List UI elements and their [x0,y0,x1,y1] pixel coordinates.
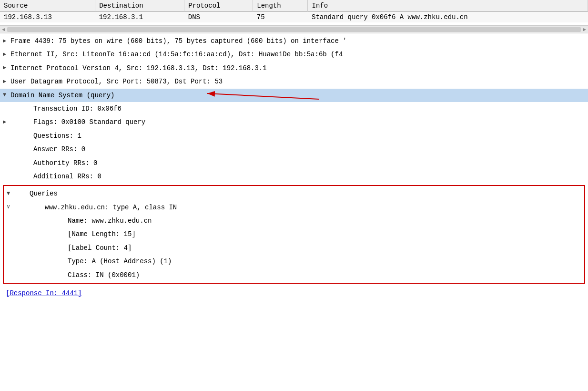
udp-text: User Datagram Protocol, Src Port: 50873,… [10,76,223,87]
name-field-row[interactable]: Name: www.zhku.edu.cn [4,214,584,227]
cell-info [308,22,588,26]
query-entry-row[interactable]: ∨ www.zhku.edu.cn: type A, class IN [4,201,584,214]
ip-row[interactable]: ▶ Internet Protocol Version 4, Src: 192.… [0,62,588,75]
ethernet-text: Ethernet II, Src: LiteonTe_16:aa:cd (14:… [10,49,343,60]
expand-icon[interactable]: ▶ [3,37,10,46]
frame-row[interactable]: ▶ Frame 4439: 75 bytes on wire (600 bits… [0,34,588,48]
col-header-length[interactable]: Length [253,0,308,12]
col-header-protocol[interactable]: Protocol [184,0,253,12]
cell-protocol [184,22,253,26]
label-count-row[interactable]: [Label Count: 4] [4,241,584,255]
transaction-id-row[interactable]: Transaction ID: 0x06f6 [0,102,588,115]
flags-text: Flags: 0x0100 Standard query [33,117,145,127]
ethernet-row[interactable]: ▶ Ethernet II, Src: LiteonTe_16:aa:cd (1… [0,48,588,61]
udp-row[interactable]: ▶ User Datagram Protocol, Src Port: 5087… [0,75,588,88]
questions-row[interactable]: Questions: 1 [0,129,588,143]
class-field-row[interactable]: Class: IN (0x0001) [4,268,584,282]
cell-length: 75 [253,12,308,23]
flags-row[interactable]: ▶ Flags: 0x0100 Standard query [0,115,588,129]
detail-panel: ▶ Frame 4439: 75 bytes on wire (600 bits… [0,33,588,302]
collapse-icon[interactable]: ▼ [7,189,14,198]
dns-text: Domain Name System (query) [10,90,114,101]
label-count-text: [Label Count: 4] [68,243,132,253]
frame-text: Frame 4439: 75 bytes on wire (600 bits),… [10,36,347,46]
queries-label-row[interactable]: ▼ Queries [4,187,584,200]
table-row[interactable]: 192.168.3.13 192.168.3.1 DNS 75 Standard… [0,12,588,23]
col-header-destination[interactable]: Destination [95,0,184,12]
cell-source [0,22,95,26]
type-field-row[interactable]: Type: A (Host Address) (1) [4,255,584,268]
cell-info: Standard query 0x06f6 A www.zhku.edu.cn [308,12,588,23]
response-in-row: [Response In: 4441] [0,286,588,301]
cell-protocol: DNS [184,12,253,23]
queries-label-text: Queries [30,188,58,199]
queries-box: ▼ Queries ∨ www.zhku.edu.cn: type A, cla… [3,185,585,284]
dns-row[interactable]: ▼ Domain Name System (query) [0,89,588,102]
authority-rrs-row[interactable]: Authority RRs: 0 [0,156,588,170]
answer-rrs-row[interactable]: Answer RRs: 0 [0,143,588,156]
collapse-icon[interactable]: ∨ [7,203,14,212]
response-in-link[interactable]: [Response In: 4441] [3,288,85,299]
additional-rrs-text: Additional RRs: 0 [33,171,101,182]
name-field-text: Name: www.zhku.edu.cn [68,216,152,226]
type-field-text: Type: A (Host Address) (1) [68,256,172,267]
expand-icon[interactable]: ▶ [3,118,10,127]
packet-table: Source Destination Protocol Length Info … [0,0,588,26]
additional-rrs-row[interactable]: Additional RRs: 0 [0,170,588,183]
ip-text: Internet Protocol Version 4, Src: 192.16… [10,63,267,73]
expand-icon[interactable]: ▶ [3,63,10,72]
col-header-source[interactable]: Source [0,0,95,12]
cell-destination: 192.168.3.1 [95,12,184,23]
transaction-id-text: Transaction ID: 0x06f6 [33,103,122,114]
authority-rrs-text: Authority RRs: 0 [33,158,97,168]
table-row[interactable] [0,22,588,26]
query-entry-text: www.zhku.edu.cn: type A, class IN [45,202,177,213]
expand-icon[interactable]: ▶ [3,77,10,86]
svg-line-1 [207,93,319,99]
col-header-info[interactable]: Info [308,0,588,12]
cell-length [253,22,308,26]
questions-text: Questions: 1 [33,131,81,141]
cell-destination [95,22,184,26]
answer-rrs-text: Answer RRs: 0 [33,144,85,154]
class-field-text: Class: IN (0x0001) [68,270,140,280]
expand-icon[interactable]: ▶ [3,50,10,59]
name-length-text: [Name Length: 15] [68,229,136,239]
collapse-icon[interactable]: ▼ [3,91,10,100]
cell-source: 192.168.3.13 [0,12,95,23]
horizontal-scrollbar[interactable]: ◀ ▶ [0,26,588,33]
name-length-row[interactable]: [Name Length: 15] [4,227,584,241]
